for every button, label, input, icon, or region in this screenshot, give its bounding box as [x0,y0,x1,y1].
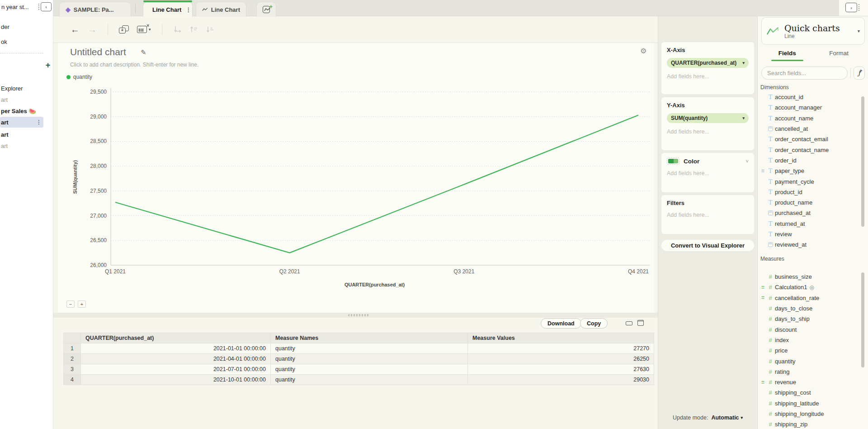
sidebar-item[interactable]: art [0,94,43,105]
dimension-field-item[interactable]: Torder_contact_name [758,144,868,155]
search-fields-input[interactable] [767,70,847,76]
measure-field-item[interactable]: #rating [758,367,868,377]
maximize-results-icon[interactable] [637,320,644,326]
redo-button[interactable]: → [88,24,97,35]
dimension-field-item[interactable]: cancelled_at [758,124,868,134]
measures-scrollbar[interactable] [861,272,864,367]
dimension-field-item[interactable]: Treturned_at [758,219,868,229]
measure-field-item[interactable]: #shipping_cost [758,387,868,398]
dimension-field-item[interactable]: Torder_id [758,155,868,166]
table-row[interactable]: 22021-04-01 00:00:00quantity26250 [64,354,654,364]
tab-workbook[interactable]: ◈ SAMPLE: Pa... [59,2,131,17]
quick-charts-selector[interactable]: Quick charts Line ▾ [761,17,865,45]
sort-ascending-button[interactable] [189,26,198,33]
table-row[interactable]: 42021-10-01 00:00:00quantity29030 [64,375,654,385]
tab-fields[interactable]: Fields [761,47,813,61]
table-row[interactable]: 12021-01-01 00:00:00quantity27270 [64,343,654,354]
chart-description-placeholder[interactable]: Click to add chart description. Shift-en… [70,62,198,68]
tab-kebab-icon[interactable]: ⋮ [185,6,191,13]
measure-field-item[interactable]: #days_to_ship [758,314,868,324]
chart-title[interactable]: Untitled chart [70,47,126,57]
sidebar-item[interactable]: art [0,129,43,140]
measure-field-item[interactable]: #shipping_zip [758,419,868,429]
tab-line-chart-active[interactable]: Line Chart ⋮ [143,2,193,17]
table-row[interactable]: 32021-07-01 00:00:00quantity27630 [64,364,654,375]
add-calculation-button[interactable]: ƒ+ [854,67,865,80]
dimension-field-item[interactable]: Treview [758,229,868,239]
field-label: shipping_cost [775,389,811,396]
zoom-out-button[interactable]: − [66,300,75,308]
tab-format[interactable]: Format [813,47,865,61]
measure-field-item[interactable]: =#cancellation_rate [758,293,868,303]
duplicate-chart-button[interactable]: + [119,25,129,33]
filters-add-fields-dropzone[interactable]: Add fields here... [667,212,749,218]
sidebar-item[interactable]: Explorer [0,83,43,94]
table-cell: 2021-07-01 00:00:00 [81,364,271,375]
dimension-field-item[interactable]: Taccount_id [758,92,868,102]
dimensions-scrollbar[interactable] [861,96,864,227]
dimension-field-item[interactable]: Taccount_manager [758,102,868,113]
remove-chart-button[interactable]: × ▾ [137,26,151,33]
copy-button[interactable]: Copy [580,318,608,329]
measure-field-item[interactable]: #days_to_close [758,303,868,314]
measure-field-item[interactable]: #price [758,345,868,356]
chevron-down-icon: ˅ [746,158,749,164]
color-card-header[interactable]: Color ˅ [667,157,749,165]
dimension-field-item[interactable]: reviewed_at [758,239,868,250]
chevron-down-icon: ▾ [858,29,860,33]
panel-expand-button[interactable]: › [845,3,857,12]
color-add-fields-dropzone[interactable]: Add fields here... [667,170,749,176]
dimension-field-item[interactable]: Taccount_name [758,113,868,124]
dimension-field-item[interactable]: =Tpaper_type [758,166,868,176]
sidebar-item[interactable]: der [0,21,43,32]
dimension-field-item[interactable]: Tpayment_cycle [758,176,868,186]
sidebar-item[interactable]: art⋮ [0,117,43,128]
x-axis-add-fields-dropzone[interactable]: Add fields here... [667,73,749,80]
dimension-field-item[interactable]: purchased_at [758,208,868,218]
measure-field-item[interactable]: #index [758,335,868,345]
measure-field-item[interactable]: =#Calculation1◎ [758,282,868,292]
field-label: order_id [775,157,797,164]
series-line-quantity[interactable] [115,115,638,253]
sidebar-item-label: art [1,119,9,126]
line-chart-plot[interactable]: 29,50029,00028,50028,00027,50027,00026,5… [58,72,654,285]
measure-field-item[interactable]: #shipping_latitude [758,398,868,409]
measure-field-item[interactable]: #shipping_longitude [758,409,868,419]
field-label: revenue [775,379,796,386]
field-search-box[interactable] [761,67,848,80]
minimize-results-icon[interactable] [626,321,632,325]
sidebar-item[interactable]: art [0,140,43,151]
edit-title-pencil-icon[interactable]: ✎ [141,48,146,57]
chart-settings-gear-icon[interactable]: ⚙ [640,47,646,55]
sidebar-item[interactable]: per Sales 🍉 [0,105,43,116]
kebab-menu-icon[interactable]: ⋮ [36,119,42,125]
dimension-field-item[interactable]: Torder_contact_email [758,134,868,144]
y-axis-field-pill[interactable]: SUM(quantity) ▾ [667,113,749,123]
number-field-icon: # [767,400,774,407]
measure-field-item[interactable]: #business_size [758,272,868,282]
sort-descending-button[interactable] [206,26,214,33]
swap-axes-button[interactable] [173,26,181,33]
add-chart-button[interactable]: + [43,61,52,70]
sidebar-item[interactable]: ok [0,36,43,47]
undo-button[interactable]: ← [71,24,80,35]
y-axis-add-fields-dropzone[interactable]: Add fields here... [667,129,749,135]
sidebar-collapse-button[interactable]: ‹ [41,2,52,11]
tab-line-chart-2[interactable]: Line Chart [196,2,246,17]
download-button[interactable]: Download [541,318,581,329]
measures-list: #business_size=#Calculation1◎=#cancellat… [758,272,868,429]
measure-field-item[interactable]: #discount [758,324,868,334]
dimension-field-item[interactable]: Tproduct_id [758,187,868,197]
field-label: business_size [775,273,812,280]
tab-workbook-label: SAMPLE: Pa... [74,6,114,13]
measure-field-item[interactable]: #quantity [758,356,868,366]
dimension-field-item[interactable]: Tproduct_name [758,197,868,208]
convert-to-visual-explorer-button[interactable]: Convert to Visual Explorer [661,240,754,251]
x-axis-field-pill[interactable]: QUARTER(purchased_at) ▾ [667,58,749,68]
zoom-in-button[interactable]: + [78,300,86,308]
measure-field-item[interactable]: =#revenue [758,377,868,387]
splitter-drag-handle[interactable] [348,314,369,316]
number-field-icon: # [767,315,774,322]
new-chart-tab-button[interactable]: + [256,2,276,17]
update-mode-select[interactable]: Automatic ▾ [711,415,743,421]
